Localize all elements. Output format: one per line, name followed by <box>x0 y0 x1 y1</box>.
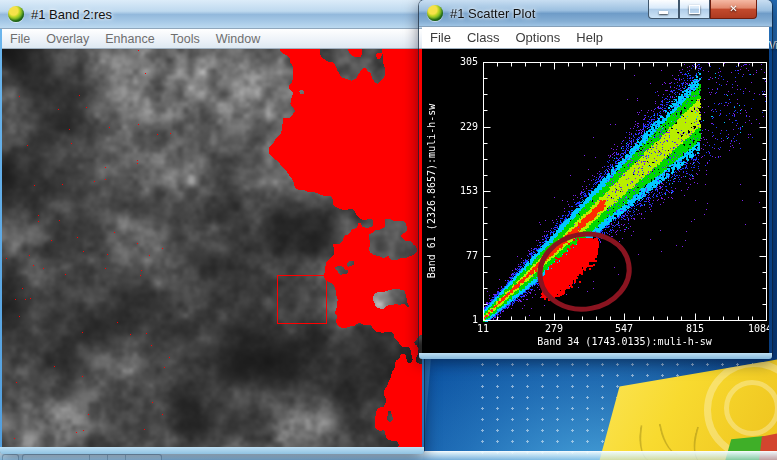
taskbar-separator <box>89 455 90 460</box>
maximize-icon <box>689 5 700 14</box>
scatter-window-border <box>419 353 772 359</box>
menu-item-window[interactable]: Window <box>208 32 268 46</box>
start-button[interactable] <box>2 454 19 460</box>
menu-item-overlay[interactable]: Overlay <box>38 32 97 46</box>
band-window-menubar: File Overlay Enhance Tools Window <box>2 29 422 49</box>
scatter-canvas[interactable] <box>422 49 769 353</box>
image-roi-box <box>277 275 327 324</box>
band-window-border <box>0 447 424 454</box>
band-image-canvas[interactable] <box>2 49 422 447</box>
taskbar-separator <box>125 455 126 460</box>
menu-item-class[interactable]: Class <box>459 30 508 45</box>
taskbar-button-group[interactable] <box>22 454 162 460</box>
menu-item-tools[interactable]: Tools <box>163 32 208 46</box>
app-icon <box>427 5 443 21</box>
band-image-window: #1 Band 2:res File Overlay Enhance Tools… <box>0 0 424 452</box>
close-icon: ✕ <box>729 4 737 14</box>
menu-item-enhance[interactable]: Enhance <box>97 32 162 46</box>
band-window-title: #1 Band 2:res <box>31 7 112 22</box>
window-controls: ✕ <box>648 0 757 18</box>
scatter-window-titlebar[interactable]: #1 Scatter Plot ✕ <box>419 0 772 27</box>
scatter-window-title: #1 Scatter Plot <box>450 6 535 21</box>
swirl-ring-icon <box>724 380 777 436</box>
minimize-icon <box>659 11 668 14</box>
scatter-plot-area[interactable] <box>422 49 769 353</box>
band-image-display[interactable] <box>2 49 422 447</box>
taskbar-separator <box>107 455 108 460</box>
maximize-button[interactable] <box>679 0 710 19</box>
minimize-button[interactable] <box>648 0 679 19</box>
scatter-window-menubar: File Class Options Help <box>422 27 769 49</box>
menu-item-help[interactable]: Help <box>568 30 611 45</box>
wallpaper-yellow-pane <box>596 352 777 460</box>
close-button[interactable]: ✕ <box>710 0 757 19</box>
desktop: Vi #1 Band 2:res File Overlay Enhance To… <box>0 0 777 460</box>
app-icon <box>8 6 24 22</box>
swirl-ring-icon <box>704 360 777 460</box>
menu-item-file[interactable]: File <box>2 32 38 46</box>
band-window-titlebar[interactable]: #1 Band 2:res <box>0 0 424 29</box>
menu-item-options[interactable]: Options <box>507 30 568 45</box>
menu-item-file[interactable]: File <box>422 30 459 45</box>
scatter-plot-window: #1 Scatter Plot ✕ File Class Options Hel… <box>419 0 772 357</box>
